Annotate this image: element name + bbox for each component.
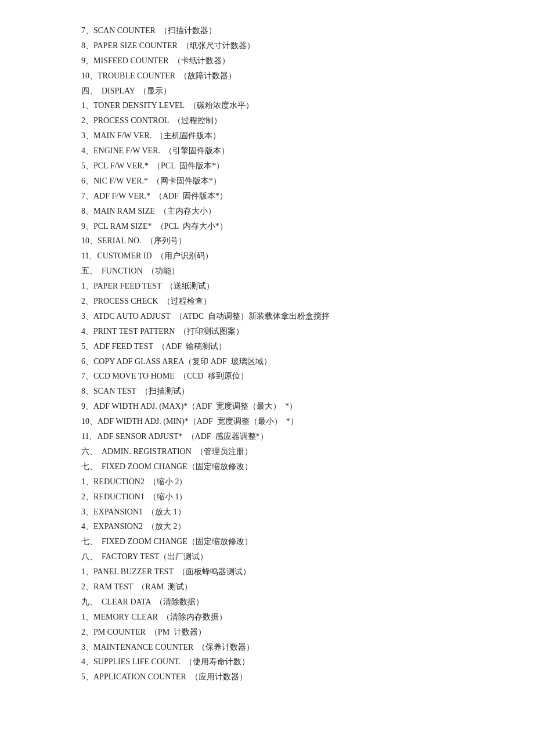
- text-line-26: 10、ADF WIDTH ADJ. (MIN)*（ADF 宽度调整（最小） *）: [81, 414, 488, 429]
- text-line-12: 8、MAIN RAM SIZE （主内存大小）: [81, 204, 488, 219]
- text-line-16: 五、 FUNCTION （功能）: [81, 264, 488, 279]
- text-line-3: 10、TROUBLE COUNTER （故障计数器）: [81, 69, 488, 84]
- text-line-41: 3、MAINTENANCE COUNTER （保养计数器）: [81, 640, 488, 655]
- text-line-6: 2、PROCESS CONTROL （过程控制）: [81, 113, 488, 128]
- text-line-24: 8、SCAN TEST （扫描测试）: [81, 384, 488, 399]
- text-line-17: 1、PAPER FEED TEST （送纸测试）: [81, 279, 488, 294]
- text-line-33: 4、EXPANSION2 （放大 2）: [81, 519, 488, 534]
- text-line-34: 七、 FIXED ZOOM CHANGE（固定缩放修改）: [81, 534, 488, 549]
- text-line-1: 8、PAPER SIZE COUNTER （纸张尺寸计数器）: [81, 38, 488, 53]
- text-line-10: 6、NIC F/W VER.* （网卡固件版本*）: [81, 174, 488, 189]
- text-line-5: 1、TONER DENSITY LEVEL （碳粉浓度水平）: [81, 98, 488, 113]
- text-line-25: 9、ADF WIDTH ADJ. (MAX)*（ADF 宽度调整（最大） *）: [81, 399, 488, 414]
- text-line-32: 3、EXPANSION1 （放大 1）: [81, 505, 488, 520]
- text-line-18: 2、PROCESS CHECK （过程检查）: [81, 294, 488, 309]
- text-line-40: 2、PM COUNTER （PM 计数器）: [81, 625, 488, 640]
- text-line-43: 5、APPLICATION COUNTER （应用计数器）: [81, 669, 488, 685]
- text-line-29: 七、 FIXED ZOOM CHANGE（固定缩放修改）: [81, 459, 488, 474]
- text-line-36: 1、PANEL BUZZER TEST （面板蜂鸣器测试）: [81, 564, 488, 579]
- text-line-4: 四、 DISPLAY （显示）: [81, 84, 488, 99]
- text-line-23: 7、CCD MOVE TO HOME （CCD 移到原位）: [81, 369, 488, 384]
- text-line-13: 9、PCL RAM SIZE* （PCL 内存大小*）: [81, 219, 488, 234]
- text-line-22: 6、COPY ADF GLASS AREA（复印 ADF 玻璃区域）: [81, 354, 488, 369]
- text-line-27: 11、ADF SENSOR ADJUST* （ADF 感应器调整*）: [81, 429, 488, 444]
- text-line-30: 1、REDUCTION2 （缩小 2）: [81, 474, 488, 489]
- text-line-38: 九、 CLEAR DATA （清除数据）: [81, 595, 488, 610]
- main-content: 7、SCAN COUNTER （扫描计数器）8、PAPER SIZE COUNT…: [81, 23, 488, 685]
- text-line-21: 5、ADF FEED TEST （ADF 输稿测试）: [81, 339, 488, 354]
- text-line-0: 7、SCAN COUNTER （扫描计数器）: [81, 23, 488, 38]
- text-line-42: 4、SUPPLIES LIFE COUNT. （使用寿命计数）: [81, 654, 488, 669]
- text-line-35: 八、 FACTORY TEST（出厂测试）: [81, 549, 488, 564]
- text-line-8: 4、ENGINE F/W VER. （引擎固件版本）: [81, 143, 488, 159]
- text-line-19: 3、ATDC AUTO ADJUST （ATDC 自动调整）新装载体拿出粉盒搅拌: [81, 309, 488, 324]
- text-line-39: 1、MEMORY CLEAR （清除内存数据）: [81, 610, 488, 625]
- text-line-31: 2、REDUCTION1 （缩小 1）: [81, 489, 488, 505]
- text-line-14: 10、SERIAL NO. （序列号）: [81, 233, 488, 249]
- text-line-9: 5、PCL F/W VER.* （PCL 固件版本*）: [81, 159, 488, 174]
- text-line-7: 3、MAIN F/W VER. （主机固件版本）: [81, 128, 488, 143]
- text-line-11: 7、ADF F/W VER.* （ADF 固件版本*）: [81, 189, 488, 204]
- text-line-28: 六、 ADMIN. REGISTRATION （管理员注册）: [81, 444, 488, 459]
- text-line-15: 11、CUSTOMER ID （用户识别码）: [81, 249, 488, 264]
- text-line-20: 4、PRINT TEST PATTERN （打印测试图案）: [81, 324, 488, 339]
- text-line-37: 2、RAM TEST （RAM 测试）: [81, 579, 488, 595]
- text-line-2: 9、MISFEED COUNTER （卡纸计数器）: [81, 53, 488, 69]
